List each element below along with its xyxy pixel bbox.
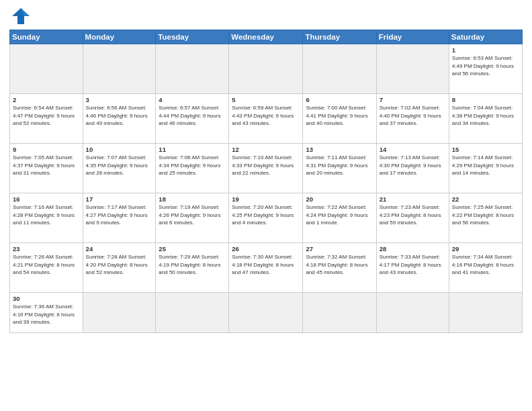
calendar-cell — [83, 293, 156, 333]
day-info: Sunrise: 7:20 AM Sunset: 4:25 PM Dayligh… — [232, 203, 300, 227]
calendar-cell — [156, 293, 229, 333]
calendar-cell: 5Sunrise: 6:59 AM Sunset: 4:43 PM Daylig… — [229, 94, 303, 144]
day-info: Sunrise: 7:11 AM Sunset: 4:31 PM Dayligh… — [306, 154, 373, 177]
calendar-cell: 2Sunrise: 6:54 AM Sunset: 4:47 PM Daylig… — [10, 94, 83, 144]
calendar-week-row: 23Sunrise: 7:26 AM Sunset: 4:21 PM Dayli… — [10, 243, 523, 293]
logo — [9, 7, 35, 26]
calendar-cell: 1Sunrise: 6:53 AM Sunset: 4:49 PM Daylig… — [449, 44, 522, 94]
day-info: Sunrise: 6:57 AM Sunset: 4:44 PM Dayligh… — [159, 104, 226, 128]
calendar-cell: 12Sunrise: 7:10 AM Sunset: 4:33 PM Dayli… — [229, 144, 303, 193]
day-number: 8 — [452, 96, 519, 103]
day-info: Sunrise: 7:00 AM Sunset: 4:41 PM Dayligh… — [306, 104, 373, 128]
calendar-cell — [83, 44, 156, 94]
day-number: 6 — [306, 96, 373, 103]
day-info: Sunrise: 6:53 AM Sunset: 4:49 PM Dayligh… — [452, 54, 519, 78]
day-info: Sunrise: 6:54 AM Sunset: 4:47 PM Dayligh… — [13, 104, 80, 128]
calendar-week-row: 2Sunrise: 6:54 AM Sunset: 4:47 PM Daylig… — [10, 94, 523, 144]
day-info: Sunrise: 7:33 AM Sunset: 4:17 PM Dayligh… — [380, 253, 446, 277]
day-number: 12 — [232, 146, 300, 153]
day-info: Sunrise: 7:34 AM Sunset: 4:16 PM Dayligh… — [452, 253, 519, 277]
calendar-cell: 30Sunrise: 7:36 AM Sunset: 4:16 PM Dayli… — [10, 293, 83, 333]
calendar-cell: 6Sunrise: 7:00 AM Sunset: 4:41 PM Daylig… — [303, 94, 376, 144]
day-info: Sunrise: 7:36 AM Sunset: 4:16 PM Dayligh… — [13, 303, 80, 326]
day-number: 23 — [13, 245, 80, 253]
day-number: 14 — [380, 146, 446, 153]
calendar-cell: 22Sunrise: 7:25 AM Sunset: 4:22 PM Dayli… — [449, 193, 522, 243]
calendar-cell: 15Sunrise: 7:14 AM Sunset: 4:29 PM Dayli… — [449, 144, 522, 193]
day-number: 5 — [232, 96, 300, 103]
day-info: Sunrise: 7:28 AM Sunset: 4:20 PM Dayligh… — [86, 253, 153, 277]
day-info: Sunrise: 6:56 AM Sunset: 4:46 PM Dayligh… — [86, 104, 153, 128]
calendar-cell — [449, 293, 522, 333]
day-info: Sunrise: 7:05 AM Sunset: 4:37 PM Dayligh… — [13, 154, 80, 177]
calendar-cell — [229, 293, 303, 333]
calendar-week-row: 16Sunrise: 7:16 AM Sunset: 4:28 PM Dayli… — [10, 193, 523, 243]
calendar-cell: 24Sunrise: 7:28 AM Sunset: 4:20 PM Dayli… — [83, 243, 156, 293]
day-number: 7 — [380, 96, 446, 103]
day-number: 15 — [452, 146, 519, 153]
calendar-cell: 11Sunrise: 7:08 AM Sunset: 4:34 PM Dayli… — [156, 144, 229, 193]
calendar-cell: 28Sunrise: 7:33 AM Sunset: 4:17 PM Dayli… — [376, 243, 449, 293]
col-friday: Friday — [376, 30, 449, 44]
logo-icon — [9, 7, 32, 26]
calendar-cell — [156, 44, 229, 94]
calendar-cell: 9Sunrise: 7:05 AM Sunset: 4:37 PM Daylig… — [10, 144, 83, 193]
calendar-header-row: Sunday Monday Tuesday Wednesday Thursday… — [10, 30, 523, 44]
calendar-week-row: 30Sunrise: 7:36 AM Sunset: 4:16 PM Dayli… — [10, 293, 523, 333]
day-number: 17 — [86, 195, 153, 203]
day-number: 27 — [306, 245, 373, 253]
calendar-cell: 14Sunrise: 7:13 AM Sunset: 4:30 PM Dayli… — [376, 144, 449, 193]
day-number: 4 — [159, 96, 226, 103]
day-info: Sunrise: 7:07 AM Sunset: 4:35 PM Dayligh… — [86, 154, 153, 177]
col-tuesday: Tuesday — [156, 30, 229, 44]
col-saturday: Saturday — [449, 30, 522, 44]
calendar-cell — [303, 44, 376, 94]
calendar-cell: 23Sunrise: 7:26 AM Sunset: 4:21 PM Dayli… — [10, 243, 83, 293]
day-info: Sunrise: 7:19 AM Sunset: 4:26 PM Dayligh… — [159, 203, 226, 227]
day-number: 26 — [232, 245, 300, 253]
calendar-week-row: 1Sunrise: 6:53 AM Sunset: 4:49 PM Daylig… — [10, 44, 523, 94]
calendar-cell: 26Sunrise: 7:30 AM Sunset: 4:18 PM Dayli… — [229, 243, 303, 293]
day-number: 25 — [159, 245, 226, 253]
day-info: Sunrise: 7:17 AM Sunset: 4:27 PM Dayligh… — [86, 203, 153, 227]
calendar-cell: 25Sunrise: 7:29 AM Sunset: 4:19 PM Dayli… — [156, 243, 229, 293]
day-number: 22 — [452, 195, 519, 203]
day-number: 30 — [13, 295, 80, 302]
header — [9, 7, 523, 26]
col-wednesday: Wednesday — [229, 30, 303, 44]
day-info: Sunrise: 7:23 AM Sunset: 4:23 PM Dayligh… — [380, 203, 446, 227]
calendar-cell: 3Sunrise: 6:56 AM Sunset: 4:46 PM Daylig… — [83, 94, 156, 144]
calendar-cell: 4Sunrise: 6:57 AM Sunset: 4:44 PM Daylig… — [156, 94, 229, 144]
day-info: Sunrise: 7:22 AM Sunset: 4:24 PM Dayligh… — [306, 203, 373, 227]
day-info: Sunrise: 7:13 AM Sunset: 4:30 PM Dayligh… — [380, 154, 446, 177]
calendar-cell — [303, 293, 376, 333]
calendar-week-row: 9Sunrise: 7:05 AM Sunset: 4:37 PM Daylig… — [10, 144, 523, 193]
calendar-cell: 8Sunrise: 7:04 AM Sunset: 4:38 PM Daylig… — [449, 94, 522, 144]
day-info: Sunrise: 7:04 AM Sunset: 4:38 PM Dayligh… — [452, 104, 519, 128]
day-number: 21 — [380, 195, 446, 203]
day-info: Sunrise: 7:16 AM Sunset: 4:28 PM Dayligh… — [13, 203, 80, 227]
calendar-cell: 13Sunrise: 7:11 AM Sunset: 4:31 PM Dayli… — [303, 144, 376, 193]
day-info: Sunrise: 6:59 AM Sunset: 4:43 PM Dayligh… — [232, 104, 300, 128]
calendar-cell: 20Sunrise: 7:22 AM Sunset: 4:24 PM Dayli… — [303, 193, 376, 243]
day-number: 1 — [452, 46, 519, 54]
calendar-cell: 17Sunrise: 7:17 AM Sunset: 4:27 PM Dayli… — [83, 193, 156, 243]
calendar: Sunday Monday Tuesday Wednesday Thursday… — [9, 30, 523, 333]
day-info: Sunrise: 7:02 AM Sunset: 4:40 PM Dayligh… — [380, 104, 446, 128]
day-info: Sunrise: 7:26 AM Sunset: 4:21 PM Dayligh… — [13, 253, 80, 277]
day-number: 2 — [13, 96, 80, 103]
day-number: 3 — [86, 96, 153, 103]
day-info: Sunrise: 7:32 AM Sunset: 4:18 PM Dayligh… — [306, 253, 373, 277]
calendar-cell: 27Sunrise: 7:32 AM Sunset: 4:18 PM Dayli… — [303, 243, 376, 293]
day-number: 19 — [232, 195, 300, 203]
day-info: Sunrise: 7:30 AM Sunset: 4:18 PM Dayligh… — [232, 253, 300, 277]
col-monday: Monday — [83, 30, 156, 44]
calendar-cell — [376, 44, 449, 94]
calendar-cell: 18Sunrise: 7:19 AM Sunset: 4:26 PM Dayli… — [156, 193, 229, 243]
day-number: 13 — [306, 146, 373, 153]
day-info: Sunrise: 7:14 AM Sunset: 4:29 PM Dayligh… — [452, 154, 519, 177]
calendar-cell — [10, 44, 83, 94]
day-number: 10 — [86, 146, 153, 153]
calendar-body: 1Sunrise: 6:53 AM Sunset: 4:49 PM Daylig… — [10, 44, 523, 333]
day-number: 16 — [13, 195, 80, 203]
